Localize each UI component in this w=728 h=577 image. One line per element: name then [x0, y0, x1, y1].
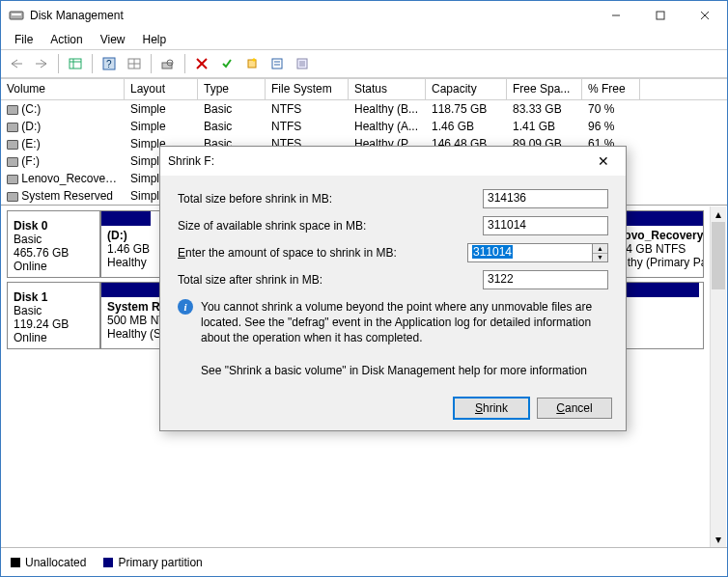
titlebar[interactable]: Disk Management [1, 1, 727, 30]
menu-action[interactable]: Action [42, 31, 90, 48]
shrink-button[interactable]: Shrink [454, 398, 529, 419]
col-fs[interactable]: File System [266, 79, 349, 99]
scroll-up-icon[interactable]: ▴ [711, 206, 726, 222]
menubar: File Action View Help [1, 30, 727, 49]
svg-rect-8 [70, 59, 81, 69]
delete-icon[interactable] [190, 52, 213, 75]
value-total-after: 3122 [483, 270, 608, 289]
shrink-dialog: Shrink F: ✕ Total size before shrink in … [159, 146, 627, 431]
table-row[interactable]: (C:)SimpleBasicNTFSHealthy (B...118.75 G… [1, 100, 727, 118]
main-window: Disk Management File Action View Help ? [0, 0, 728, 577]
disk-label[interactable]: Disk 1Basic119.24 GBOnline [8, 283, 100, 348]
maximize-button[interactable] [638, 1, 683, 30]
label-available: Size of available shrink space in MB: [178, 219, 483, 233]
col-capacity[interactable]: Capacity [426, 79, 507, 99]
value-total-before: 314136 [483, 189, 608, 208]
list-icon[interactable] [291, 52, 314, 75]
table-view-icon[interactable] [64, 52, 87, 75]
col-layout[interactable]: Layout [125, 79, 198, 99]
dialog-close-button[interactable]: ✕ [589, 153, 618, 169]
spinner-shrink-amount[interactable]: ▲▼ [593, 243, 608, 262]
legend: Unallocated Primary partition [1, 547, 727, 576]
value-available: 311014 [483, 216, 608, 235]
info-text: You cannot shrink a volume beyond the po… [201, 299, 608, 346]
menu-view[interactable]: View [93, 31, 133, 48]
menu-help[interactable]: Help [135, 31, 175, 48]
info-icon: i [178, 299, 193, 315]
grid-header: Volume Layout Type File System Status Ca… [1, 79, 727, 100]
legend-primary: Primary partition [103, 556, 202, 569]
label-total-after: Total size after shrink in MB: [178, 273, 483, 287]
cancel-button[interactable]: Cancel [537, 398, 612, 419]
svg-rect-3 [657, 12, 664, 19]
minimize-button[interactable] [594, 1, 638, 30]
help-icon[interactable]: ? [98, 52, 121, 75]
help-text: See "Shrink a basic volume" in Disk Mana… [201, 364, 608, 377]
properties-icon[interactable] [266, 52, 289, 75]
scan-icon[interactable] [156, 52, 180, 75]
dialog-title: Shrink F: [168, 154, 589, 168]
disk-partition[interactable]: (D:)1.46 GBHealthy [100, 211, 151, 277]
col-status[interactable]: Status [349, 79, 426, 99]
menu-file[interactable]: File [7, 31, 41, 48]
scroll-down-icon[interactable]: ▾ [711, 532, 726, 547]
col-pct[interactable]: % Free [582, 79, 640, 99]
dialog-titlebar[interactable]: Shrink F: ✕ [160, 147, 626, 176]
toolbar: ? [1, 49, 727, 78]
window-title: Disk Management [30, 9, 594, 22]
spinner-down-icon[interactable]: ▼ [593, 254, 607, 262]
table-row[interactable]: (D:)SimpleBasicNTFSHealthy (A...1.46 GB1… [1, 118, 727, 135]
new-icon[interactable] [240, 52, 264, 75]
svg-rect-1 [12, 14, 21, 15]
col-free[interactable]: Free Spa... [507, 79, 582, 99]
col-type[interactable]: Type [198, 79, 266, 99]
grid-icon[interactable] [123, 52, 146, 75]
scrollbar[interactable]: ▴ ▾ [710, 206, 726, 547]
input-shrink-amount[interactable]: 311014 [467, 243, 593, 262]
scroll-thumb[interactable] [712, 222, 725, 289]
legend-unallocated: Unallocated [11, 556, 86, 569]
app-icon [9, 8, 24, 23]
forward-button[interactable] [30, 52, 53, 75]
back-button[interactable] [5, 52, 28, 75]
label-total-before: Total size before shrink in MB: [178, 192, 483, 206]
check-icon[interactable] [215, 52, 238, 75]
label-enter-amount: Enter the amount of space to shrink in M… [178, 246, 467, 260]
close-button[interactable] [683, 1, 727, 30]
col-volume[interactable]: Volume [1, 79, 125, 99]
svg-rect-21 [272, 59, 282, 69]
svg-text:?: ? [106, 59, 112, 69]
disk-label[interactable]: Disk 0Basic465.76 GBOnline [8, 211, 100, 277]
spinner-up-icon[interactable]: ▲ [593, 244, 607, 254]
